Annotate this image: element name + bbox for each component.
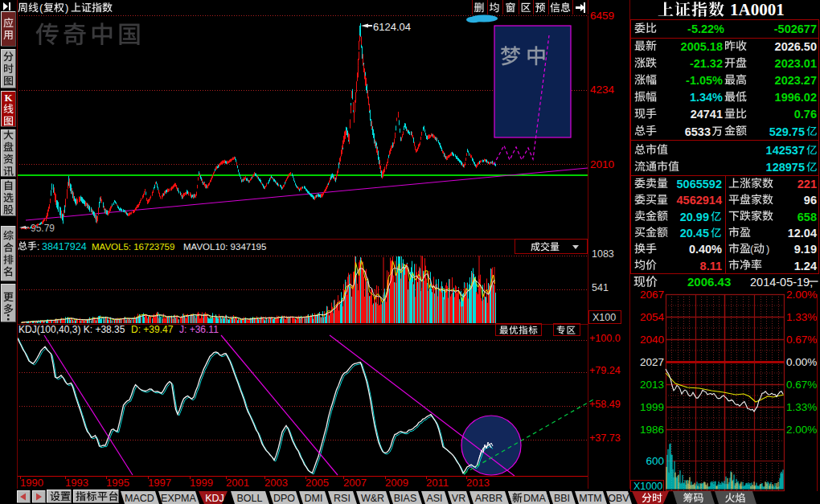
svg-text:DMI: DMI <box>305 493 323 504</box>
svg-text:0.40%: 0.40% <box>689 243 722 256</box>
svg-text:2067: 2067 <box>640 289 664 301</box>
svg-text:X100: X100 <box>592 312 616 323</box>
svg-text:+100.0: +100.0 <box>589 333 621 344</box>
svg-text:4562914: 4562914 <box>677 194 722 207</box>
svg-text:2005: 2005 <box>305 477 329 489</box>
svg-text:(: ( <box>39 2 43 14</box>
svg-text:2054: 2054 <box>640 311 665 323</box>
svg-text:2011: 2011 <box>426 477 449 489</box>
svg-text:1.33%: 1.33% <box>786 311 817 323</box>
svg-text:-502677: -502677 <box>774 23 817 35</box>
svg-text:(: ( <box>750 243 754 255</box>
svg-text:0.76: 0.76 <box>794 108 817 121</box>
svg-text:+79.24: +79.24 <box>589 365 621 376</box>
svg-text:2001: 2001 <box>226 477 249 489</box>
svg-text:1A0001: 1A0001 <box>730 0 785 19</box>
svg-text:EXPMA: EXPMA <box>161 493 196 504</box>
svg-text:2014-05-19,: 2014-05-19, <box>750 276 813 289</box>
svg-text:5065592: 5065592 <box>677 178 722 191</box>
svg-text:D: +39.47: D: +39.47 <box>131 324 174 335</box>
svg-text:221: 221 <box>797 178 817 191</box>
svg-text:38417924: 38417924 <box>42 241 87 252</box>
svg-text:24741: 24741 <box>691 108 723 121</box>
svg-text:BIAS: BIAS <box>394 493 417 504</box>
svg-text:J: +36.11: J: +36.11 <box>179 324 219 335</box>
svg-text:1083: 1083 <box>592 248 614 260</box>
svg-text:K: K <box>4 92 13 104</box>
svg-text:MTM: MTM <box>579 493 601 504</box>
svg-text:MAVOL10: 9347195: MAVOL10: 9347195 <box>183 242 266 252</box>
svg-text:2013: 2013 <box>466 477 490 489</box>
svg-text:BBI: BBI <box>554 493 570 504</box>
svg-text:142537: 142537 <box>766 144 805 157</box>
svg-text:RSI: RSI <box>334 493 351 504</box>
svg-text:2003: 2003 <box>264 477 288 489</box>
svg-text:-1.05%: -1.05% <box>686 74 723 87</box>
svg-text:9.19: 9.19 <box>794 243 817 256</box>
svg-text:-5.22%: -5.22% <box>687 23 724 35</box>
svg-text:20.45: 20.45 <box>680 227 709 240</box>
svg-text:KDJ: KDJ <box>205 493 224 504</box>
svg-text:95.79: 95.79 <box>31 223 55 234</box>
svg-text:1999: 1999 <box>190 477 213 489</box>
svg-text:6533: 6533 <box>685 125 711 138</box>
svg-text:2027: 2027 <box>640 356 664 368</box>
svg-text:KDJ(100,40,3) K: +38.35: KDJ(100,40,3) K: +38.35 <box>18 324 125 335</box>
svg-text:6124.04: 6124.04 <box>373 21 411 33</box>
svg-text:0.67%: 0.67% <box>786 379 817 391</box>
svg-text:1999: 1999 <box>640 401 664 413</box>
svg-text:1.24: 1.24 <box>794 260 817 272</box>
svg-text:2040: 2040 <box>640 334 664 346</box>
svg-text:DMA: DMA <box>523 493 546 504</box>
svg-text:VR: VR <box>452 493 465 504</box>
svg-text:96: 96 <box>804 194 817 207</box>
svg-text:541: 541 <box>592 282 609 293</box>
svg-text:BOLL: BOLL <box>237 493 263 504</box>
svg-text:1993: 1993 <box>65 477 88 489</box>
svg-text:600: 600 <box>646 455 664 467</box>
svg-text:1997: 1997 <box>148 477 171 489</box>
svg-text:0.00%: 0.00% <box>786 356 817 368</box>
svg-text:2007: 2007 <box>343 477 367 489</box>
svg-text:ASI: ASI <box>426 493 442 504</box>
svg-text:1.33%: 1.33% <box>786 401 817 413</box>
svg-text:2006.43: 2006.43 <box>687 275 731 289</box>
svg-text:2023.01: 2023.01 <box>775 57 817 70</box>
svg-text:-21.32: -21.32 <box>690 57 723 70</box>
svg-text:2005.18: 2005.18 <box>681 40 723 53</box>
svg-text:ARBR: ARBR <box>475 493 503 504</box>
svg-text::: : <box>37 241 39 252</box>
svg-text:128975: 128975 <box>766 161 805 174</box>
svg-text:2013: 2013 <box>640 379 664 391</box>
svg-text:W&R: W&R <box>361 493 384 504</box>
svg-text:OBV: OBV <box>608 493 629 504</box>
svg-text:MACD: MACD <box>125 493 154 504</box>
svg-text:2023.27: 2023.27 <box>775 74 817 87</box>
svg-text:4234: 4234 <box>590 84 615 96</box>
svg-text:658: 658 <box>797 211 817 223</box>
svg-text:1990: 1990 <box>20 477 43 489</box>
svg-text:+37.73: +37.73 <box>589 432 621 444</box>
svg-text:MAVOL5: 16723759: MAVOL5: 16723759 <box>92 242 174 252</box>
svg-text:2.00%: 2.00% <box>786 289 817 301</box>
svg-text:2026.50: 2026.50 <box>775 40 817 53</box>
svg-text:12.04: 12.04 <box>788 227 817 240</box>
svg-text:1986: 1986 <box>640 424 664 436</box>
svg-text:2010: 2010 <box>590 158 614 170</box>
svg-text:20.99: 20.99 <box>680 211 709 223</box>
svg-text:1996.02: 1996.02 <box>775 91 817 104</box>
svg-text:): ) <box>65 2 68 14</box>
svg-text:1995: 1995 <box>106 477 129 489</box>
svg-text:DPO: DPO <box>273 493 295 504</box>
svg-text:X1000: X1000 <box>633 481 662 492</box>
svg-text:2.00%: 2.00% <box>786 424 817 436</box>
svg-text:): ) <box>766 243 769 255</box>
svg-text:2009: 2009 <box>385 477 408 489</box>
svg-text:529.75: 529.75 <box>769 125 805 138</box>
svg-text:1.34%: 1.34% <box>690 91 723 104</box>
svg-text:8.11: 8.11 <box>700 260 722 272</box>
svg-text:+58.49: +58.49 <box>589 399 621 410</box>
svg-text:6459: 6459 <box>590 10 614 22</box>
svg-text:0.67%: 0.67% <box>786 334 817 346</box>
